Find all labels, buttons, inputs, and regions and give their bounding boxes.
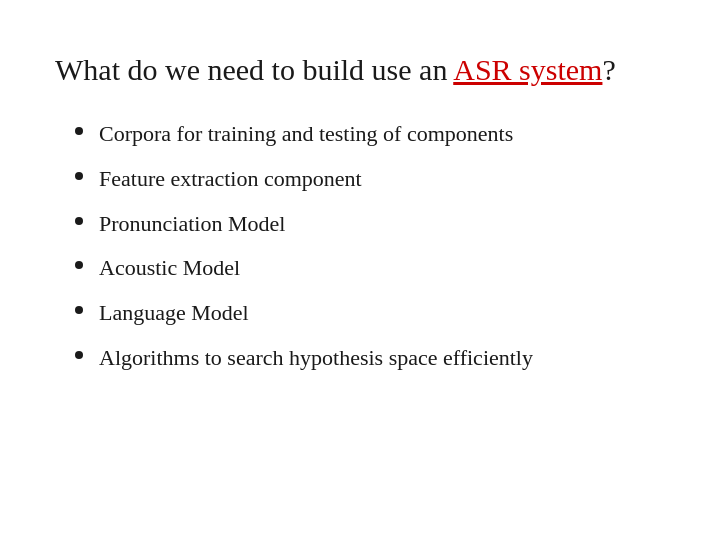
list-item: Acoustic Model — [75, 253, 665, 284]
bullet-dot-icon — [75, 351, 83, 359]
list-item: Corpora for training and testing of comp… — [75, 119, 665, 150]
bullet-text: Language Model — [99, 298, 249, 329]
bullet-text: Feature extraction component — [99, 164, 362, 195]
bullet-dot-icon — [75, 261, 83, 269]
bullet-text: Corpora for training and testing of comp… — [99, 119, 513, 150]
title-suffix: ? — [602, 53, 615, 86]
bullet-dot-icon — [75, 127, 83, 135]
bullet-text: Algorithms to search hypothesis space ef… — [99, 343, 533, 374]
bullet-dot-icon — [75, 306, 83, 314]
bullet-dot-icon — [75, 172, 83, 180]
list-item: Pronunciation Model — [75, 209, 665, 240]
slide: What do we need to build use an ASR syst… — [0, 0, 720, 540]
title-link: ASR system — [453, 53, 602, 86]
list-item: Language Model — [75, 298, 665, 329]
bullet-dot-icon — [75, 217, 83, 225]
title-prefix: What do we need to build use an — [55, 53, 453, 86]
slide-title: What do we need to build use an ASR syst… — [55, 50, 665, 89]
bullet-text: Pronunciation Model — [99, 209, 285, 240]
list-item: Algorithms to search hypothesis space ef… — [75, 343, 665, 374]
bullet-list: Corpora for training and testing of comp… — [55, 119, 665, 374]
list-item: Feature extraction component — [75, 164, 665, 195]
bullet-text: Acoustic Model — [99, 253, 240, 284]
